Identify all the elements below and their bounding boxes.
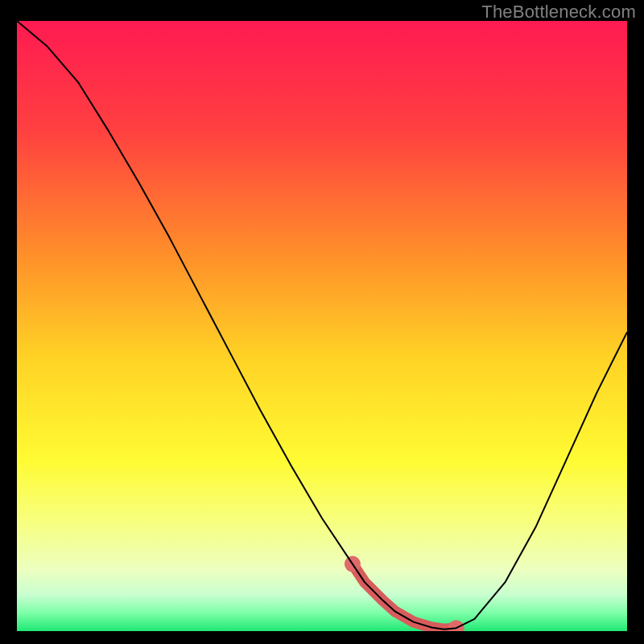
chart-svg <box>17 21 627 631</box>
watermark-text: TheBottleneck.com <box>481 2 636 23</box>
gradient-background <box>17 21 627 631</box>
chart-stage: TheBottleneck.com <box>0 0 644 644</box>
plot-area <box>17 21 627 631</box>
